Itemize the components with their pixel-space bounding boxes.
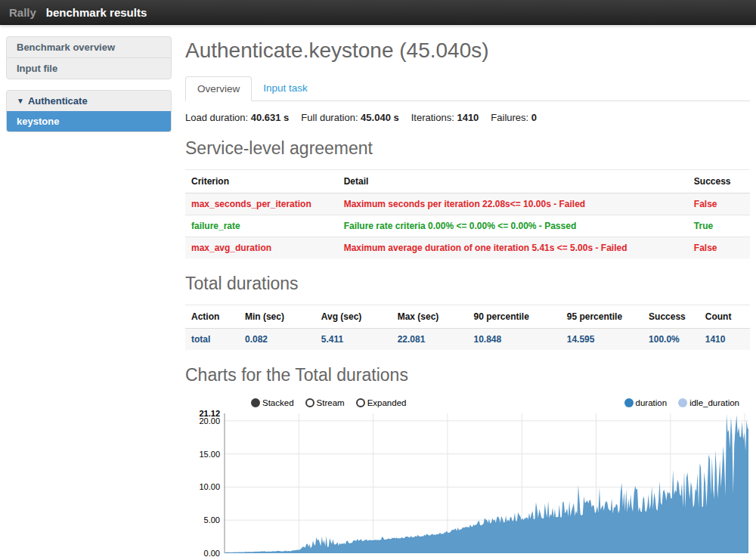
top-navbar: Rallybenchmark results — [0, 0, 756, 25]
chart-legend: durationidle_duration — [624, 398, 739, 407]
sidebar-group-label: Authenticate — [28, 95, 88, 107]
radio-icon — [356, 398, 365, 407]
sla-row-failure-rate: failure_rateFailure rate criteria 0.00% … — [185, 215, 750, 237]
stat-failures: Failures: 0 — [491, 112, 537, 123]
chart-mode-label: Stacked — [262, 398, 294, 407]
stat-value: 40.631 s — [251, 112, 290, 123]
dur-cell: 5.411 — [315, 329, 392, 351]
radio-icon — [305, 398, 314, 407]
svg-text:15.00: 15.00 — [199, 450, 220, 459]
sidebar: Benchmark overviewInput file ▼Authentica… — [6, 36, 172, 143]
navbar-title: benchmark results — [46, 6, 147, 19]
caret-down-icon: ▼ — [17, 97, 24, 105]
sla-cell-detail: Maximum average duration of one iteratio… — [338, 237, 688, 259]
legend-label: idle_duration — [689, 398, 739, 407]
chart-mode-stream[interactable]: Stream — [305, 398, 345, 407]
dur-col-action: Action — [185, 305, 239, 329]
dur-row-total: total0.0825.41122.08110.84814.595100.0%1… — [185, 329, 750, 351]
dur-cell: total — [185, 329, 239, 351]
dur-col-avg-sec: Avg (sec) — [315, 305, 392, 329]
stat-iterations: Iterations: 1410 — [411, 112, 479, 123]
sla-cell-success: False — [688, 193, 750, 215]
sla-col-success: Success — [688, 170, 750, 193]
sla-cell-criterion: max_seconds_per_iteration — [185, 193, 338, 215]
duration-stacked-area-chart[interactable]: 0.005.0010.0015.0020.0021.12200400600800… — [185, 410, 750, 557]
sla-col-detail: Detail — [338, 170, 688, 193]
stat-label: Load duration: — [185, 112, 251, 123]
dur-cell: 0.082 — [239, 329, 315, 351]
legend-duration[interactable]: duration — [624, 398, 668, 407]
chart-header: StackedStreamExpanded durationidle_durat… — [185, 396, 750, 410]
page-title: Authenticate.keystone (45.040s) — [185, 39, 750, 63]
svg-text:10.00: 10.00 — [199, 482, 220, 491]
dur-col-count: Count — [699, 305, 750, 329]
dur-col-95-percentile: 95 percentile — [561, 305, 643, 329]
dur-cell: 22.081 — [392, 329, 468, 351]
stat-load-duration: Load duration: 40.631 s — [185, 112, 289, 123]
sla-cell-criterion: max_avg_duration — [185, 237, 338, 259]
sla-cell-detail: Maximum seconds per iteration 22.08s<= 1… — [338, 193, 688, 215]
sla-cell-detail: Failure rate criteria 0.00% <= 0.00% <= … — [338, 215, 688, 237]
charts-heading: Charts for the Total durations — [185, 365, 750, 385]
sidebar-group-authenticate[interactable]: ▼Authenticate — [7, 91, 171, 111]
sidebar-scenario-group: ▼Authenticate keystone — [6, 90, 172, 132]
sla-row-max-seconds-per-iteration: max_seconds_per_iterationMaximum seconds… — [185, 193, 750, 215]
chart-mode-label: Stream — [317, 398, 345, 407]
svg-text:5.00: 5.00 — [204, 515, 220, 525]
stat-value: 45.040 s — [361, 112, 399, 123]
total-durations-table: ActionMin (sec)Avg (sec)Max (sec)90 perc… — [185, 305, 750, 350]
durations-heading: Total durations — [185, 274, 750, 294]
main-content: Authenticate.keystone (45.040s) Overview… — [185, 25, 750, 557]
stat-value: 0 — [531, 112, 537, 123]
radio-selected-icon — [251, 398, 260, 407]
tab-bar: OverviewInput task — [185, 76, 750, 101]
dur-col-90-percentile: 90 percentile — [467, 305, 560, 329]
dur-col-success: Success — [643, 305, 699, 329]
sidebar-item-input-file[interactable]: Input file — [7, 57, 171, 79]
dur-cell: 14.595 — [561, 329, 643, 351]
stat-label: Iterations: — [411, 112, 457, 123]
legend-label: duration — [636, 398, 668, 407]
sla-row-max-avg-duration: max_avg_durationMaximum average duration… — [185, 237, 750, 259]
tab-overview[interactable]: Overview — [185, 76, 252, 101]
sidebar-item-benchmark-overview[interactable]: Benchmark overview — [7, 37, 171, 57]
dur-cell: 1410 — [699, 329, 750, 351]
sla-cell-success: False — [688, 237, 750, 259]
sla-table: CriterionDetailSuccess max_seconds_per_i… — [185, 169, 750, 258]
sla-heading: Service-level agreement — [185, 138, 750, 159]
svg-text:0.00: 0.00 — [204, 549, 220, 557]
stat-label: Failures: — [491, 112, 531, 123]
chart-mode-stacked[interactable]: Stacked — [251, 398, 294, 407]
sla-cell-success: True — [688, 215, 750, 237]
dur-col-max-sec: Max (sec) — [392, 305, 468, 329]
stat-full-duration: Full duration: 45.040 s — [301, 112, 398, 123]
chart-mode-label: Expanded — [367, 398, 407, 407]
sidebar-scenario-list: keystone — [7, 111, 171, 132]
stat-label: Full duration: — [301, 112, 361, 123]
dur-col-min-sec: Min (sec) — [239, 305, 315, 329]
dur-cell: 10.848 — [467, 329, 560, 351]
chart-controls: StackedStreamExpanded — [251, 398, 406, 407]
legend-swatch-icon — [624, 398, 634, 407]
sidebar-nav-list: Benchmark overviewInput file — [7, 37, 171, 79]
legend-idle-duration[interactable]: idle_duration — [678, 398, 739, 407]
sla-cell-criterion: failure_rate — [185, 215, 338, 237]
stat-value: 1410 — [457, 112, 479, 123]
sidebar-item-keystone[interactable]: keystone — [7, 111, 171, 132]
dur-cell: 100.0% — [643, 329, 699, 351]
stats-line: Load duration: 40.631 sFull duration: 45… — [185, 112, 750, 123]
svg-text:21.12: 21.12 — [199, 410, 220, 418]
chart-mode-expanded[interactable]: Expanded — [356, 398, 407, 407]
tab-input-task[interactable]: Input task — [252, 76, 319, 101]
sidebar-overview-group: Benchmark overviewInput file — [6, 36, 172, 79]
sla-col-criterion: Criterion — [185, 170, 338, 193]
app-brand[interactable]: Rally — [9, 6, 36, 19]
legend-swatch-icon — [678, 398, 687, 407]
